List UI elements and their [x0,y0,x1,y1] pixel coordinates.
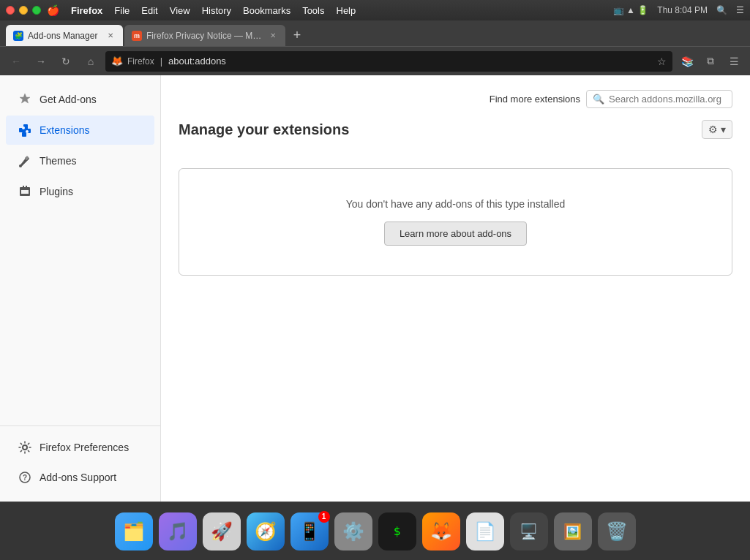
address-separator: Firefox [127,56,154,67]
search-icon: 🔍 [593,94,604,105]
svg-rect-12 [26,186,27,188]
tab2-close-button[interactable]: ✕ [268,31,278,41]
brush-icon [18,154,32,168]
forward-button[interactable]: → [31,51,51,72]
traffic-lights[interactable] [6,6,41,15]
notification-badge: 1 [318,511,330,523]
dock-item-multiview[interactable]: 🖥️ [510,512,548,550]
menu-button[interactable]: ☰ [724,51,744,72]
apple-menu[interactable]: 🍎 [47,4,59,16]
sidebar-item-support[interactable]: ? Add-ons Support [6,463,154,492]
tab-addons-manager[interactable]: 🧩 Add-ons Manager ✕ [6,25,123,46]
bookmarks-menu[interactable]: Bookmarks [243,5,290,16]
sidebar-item-get-addons[interactable]: Get Add-ons [6,85,154,114]
puzzle-icon [18,123,32,137]
gear-dropdown-icon: ⚙ [708,124,718,135]
file-menu[interactable]: File [114,5,130,16]
url-text[interactable]: about:addons [168,56,653,67]
dock-item-trash[interactable]: 🗑️ [598,512,636,550]
notification-icon[interactable]: ☰ [736,5,744,15]
dock-item-settings[interactable]: ⚙️ [334,512,372,550]
nav-bar: ← → ↻ ⌂ 🦊 Firefox | about:addons ☆ 📚 ⧉ ☰ [0,46,750,75]
titlebar-right: 📺 ▲ 🔋 Thu 8:04 PM 🔍 ☰ [613,5,744,15]
find-more-bar: Find more extensions 🔍 [179,90,732,108]
sidebar-label-themes: Themes [40,155,77,167]
address-bar[interactable]: 🦊 Firefox | about:addons ☆ [105,51,672,72]
dock-item-file[interactable]: 📄 [466,512,504,550]
dock-item-appstore[interactable]: 📱 1 [290,512,329,550]
star-icon [18,92,32,107]
search-bar[interactable]: 🔍 [586,90,732,108]
tab-title: Add-ons Manager [28,31,101,41]
plugin-icon [18,184,32,199]
dock-item-safari[interactable]: 🧭 [247,512,285,550]
back-button[interactable]: ← [6,51,26,72]
fullscreen-window-button[interactable] [32,6,41,15]
tab2-title: Firefox Privacy Notice — Mozill... [146,31,263,41]
svg-rect-11 [23,186,24,188]
tab-bar: 🧩 Add-ons Manager ✕ m Firefox Privacy No… [0,20,750,46]
history-menu[interactable]: History [202,5,231,16]
sidebar-item-themes[interactable]: Themes [6,146,154,175]
tab-privacy-notice[interactable]: m Firefox Privacy Notice — Mozill... ✕ [124,25,285,46]
titlebar: 🍎 Firefox File Edit View History Bookmar… [0,0,750,20]
sidebar-toggle-button[interactable]: ⧉ [700,51,721,72]
search-icon[interactable]: 🔍 [716,5,727,15]
search-input[interactable] [609,94,732,105]
sidebar-label-get-addons: Get Add-ons [40,94,97,105]
close-window-button[interactable] [6,6,15,15]
svg-text:?: ? [23,474,27,482]
dock-item-siri[interactable]: 🎵 [159,512,197,550]
sidebar: Get Add-ons Extensions [0,75,161,502]
sidebar-label-plugins: Plugins [40,186,73,197]
sidebar-item-extensions[interactable]: Extensions [6,116,154,145]
tab2-favicon: m [132,31,142,41]
empty-state-message: You don't have any add-ons of this type … [223,198,688,210]
clock: Thu 8:04 PM [657,5,708,15]
dock-item-photos[interactable]: 🖼️ [554,512,592,550]
manage-gear-button[interactable]: ⚙ ▾ [702,120,732,139]
toolbar-buttons: 📚 ⧉ ☰ [677,51,744,72]
home-button[interactable]: ⌂ [80,51,101,72]
question-icon: ? [18,470,32,485]
address-divider: | [160,56,162,67]
view-menu[interactable]: View [170,5,190,16]
sidebar-label-support: Add-ons Support [40,472,116,483]
empty-state: You don't have any add-ons of this type … [179,168,732,276]
svg-point-13 [23,445,27,450]
sidebar-bottom: Firefox Preferences ? Add-ons Support [0,425,160,493]
page-title: Manage your extensions [179,121,349,138]
edit-menu[interactable]: Edit [141,5,157,16]
dock-item-finder[interactable]: 🗂️ [115,512,153,550]
menu-extras: 📺 ▲ 🔋 [613,5,649,15]
dock-item-firefox[interactable]: 🦊 [422,512,460,550]
firefox-logo-icon: 🦊 [111,56,123,67]
sidebar-label-extensions: Extensions [40,124,89,136]
svg-point-8 [19,164,22,167]
tools-menu[interactable]: Tools [302,5,324,16]
dock: 🗂️ 🎵 🚀 🧭 📱 1 ⚙️ $ 🦊 📄 🖥️ 🖼️ 🗑️ [0,502,750,560]
svg-point-5 [22,126,25,129]
gear-dropdown-arrow: ▾ [721,124,726,135]
gear-icon [18,440,32,455]
reload-button[interactable]: ↻ [56,51,76,72]
bookmark-star-icon[interactable]: ☆ [657,56,667,67]
learn-more-button[interactable]: Learn more about add-ons [384,222,527,246]
find-more-label: Find more extensions [490,94,580,105]
content-area: Find more extensions 🔍 Manage your exten… [161,75,750,502]
svg-rect-10 [21,190,29,194]
library-button[interactable]: 📚 [677,51,697,72]
menu-bar: 🍎 Firefox File Edit View History Bookmar… [47,4,613,16]
help-menu[interactable]: Help [337,5,356,16]
content-header: Manage your extensions ⚙ ▾ [179,120,732,139]
svg-point-6 [26,130,29,133]
new-tab-button[interactable]: + [287,26,307,46]
sidebar-item-plugins[interactable]: Plugins [6,177,154,206]
dock-item-launchpad[interactable]: 🚀 [203,512,241,550]
tab-close-button[interactable]: ✕ [105,31,116,41]
dock-item-terminal[interactable]: $ [378,512,416,550]
app-name-label[interactable]: Firefox [71,5,102,16]
sidebar-item-preferences[interactable]: Firefox Preferences [6,433,154,462]
minimize-window-button[interactable] [19,6,28,15]
sidebar-label-preferences: Firefox Preferences [40,442,129,453]
